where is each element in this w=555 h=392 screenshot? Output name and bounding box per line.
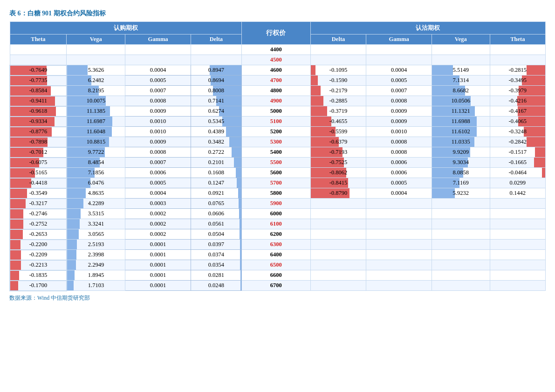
put-delta-cell: -0.6379 xyxy=(310,137,366,147)
call-delta-cell: 0.1247 xyxy=(191,178,241,188)
call-gamma-cell: 0.0001 xyxy=(125,240,191,250)
put-theta-cell xyxy=(490,250,545,260)
call-gamma-cell: 0.0001 xyxy=(125,270,191,281)
put-theta-cell xyxy=(490,240,545,250)
call-gamma-cell: 0.0009 xyxy=(125,137,191,147)
call-delta-cell: 0.3482 xyxy=(191,137,241,147)
put-vega-cell: 11.0335 xyxy=(432,137,490,147)
put-vega-cell xyxy=(432,45,490,55)
put-theta-cell xyxy=(490,45,545,55)
put-gamma-cell: 0.0004 xyxy=(366,188,432,199)
call-gamma-cell: 0.0010 xyxy=(125,117,191,127)
call-gamma-cell: 0.0007 xyxy=(125,158,191,168)
strike-cell: 5200 xyxy=(241,127,310,137)
put-delta-cell: -0.4655 xyxy=(310,117,366,127)
table-row: -0.877611.60480.00100.43895200-0.55990.0… xyxy=(10,127,546,137)
put-delta-cell: -0.2885 xyxy=(310,96,366,106)
call-vega-cell: 5.3626 xyxy=(67,65,125,76)
put-delta-cell xyxy=(310,240,366,250)
strike-cell: 6000 xyxy=(241,209,310,219)
call-gamma-cell: 0.0001 xyxy=(125,250,191,260)
call-col-header-theta: Theta xyxy=(10,34,67,45)
table-row: -0.22092.39980.00010.03746400 xyxy=(10,250,546,260)
put-gamma-cell: 0.0010 xyxy=(366,127,432,137)
call-delta-cell: 0.1608 xyxy=(191,168,241,178)
put-vega-cell xyxy=(432,55,490,65)
put-theta-cell: -0.1665 xyxy=(490,158,545,168)
put-vega-cell: 7.1314 xyxy=(432,76,490,86)
put-gamma-cell xyxy=(366,270,432,281)
put-gamma-cell xyxy=(366,260,432,270)
put-col-header-theta: Theta xyxy=(490,34,545,45)
put-gamma-cell xyxy=(366,250,432,260)
call-delta-cell: 0.2101 xyxy=(191,158,241,168)
put-vega-cell: 5.5149 xyxy=(432,65,490,76)
put-theta-cell xyxy=(490,270,545,281)
put-vega-cell xyxy=(432,199,490,209)
put-vega-cell xyxy=(432,229,490,240)
put-delta-cell: -0.2179 xyxy=(310,86,366,96)
call-vega-cell: 1.7103 xyxy=(67,281,125,291)
put-delta-cell: -0.1095 xyxy=(310,65,366,76)
call-vega-cell: 2.3998 xyxy=(67,250,125,260)
put-theta-cell: -0.0464 xyxy=(490,168,545,178)
table-row: 4400 xyxy=(10,45,546,55)
table-row: -0.961811.13850.00090.62745000-0.37190.0… xyxy=(10,106,546,117)
put-delta-cell xyxy=(310,260,366,270)
call-vega-cell: 10.0075 xyxy=(67,96,125,106)
call-delta-cell xyxy=(191,55,241,65)
call-vega-cell: 3.3241 xyxy=(67,219,125,229)
put-vega-cell: 7.1169 xyxy=(432,178,490,188)
put-delta-cell xyxy=(310,209,366,219)
call-vega-cell: 11.1385 xyxy=(67,106,125,117)
strike-cell: 5000 xyxy=(241,106,310,117)
strike-cell: 5400 xyxy=(241,147,310,158)
strike-cell: 5500 xyxy=(241,158,310,168)
put-vega-cell xyxy=(432,209,490,219)
call-delta-cell: 0.0921 xyxy=(191,188,241,199)
call-gamma-cell xyxy=(125,55,191,65)
put-delta-cell: -0.8790 xyxy=(310,188,366,199)
put-gamma-cell xyxy=(366,55,432,65)
table-title: 表 6：白糖 901 期权合约风险指标 xyxy=(9,9,546,18)
call-header: 认购期权 xyxy=(10,22,241,34)
table-row: -0.77356.24820.00050.86944700-0.15900.00… xyxy=(10,76,546,86)
call-vega-cell: 11.6987 xyxy=(67,117,125,127)
strike-cell: 5100 xyxy=(241,117,310,127)
call-theta-cell: -0.3549 xyxy=(10,188,67,199)
call-theta-cell: -0.4418 xyxy=(10,178,67,188)
put-gamma-cell: 0.0009 xyxy=(366,106,432,117)
put-gamma-cell: 0.0004 xyxy=(366,65,432,76)
put-delta-cell xyxy=(310,281,366,291)
put-theta-cell: 0.1442 xyxy=(490,188,545,199)
put-theta-cell: -0.4167 xyxy=(490,106,545,117)
put-theta-cell xyxy=(490,199,545,209)
put-vega-cell: 10.0506 xyxy=(432,96,490,106)
put-theta-cell: -0.3248 xyxy=(490,127,545,137)
strike-cell: 5800 xyxy=(241,188,310,199)
call-theta-cell: -0.7898 xyxy=(10,137,67,147)
put-theta-cell xyxy=(490,219,545,229)
put-gamma-cell xyxy=(366,209,432,219)
table-row: -0.32174.22890.00030.07655900 xyxy=(10,199,546,209)
put-gamma-cell: 0.0006 xyxy=(366,168,432,178)
call-theta-cell: -0.2746 xyxy=(10,209,67,219)
call-theta-cell: -0.7649 xyxy=(10,65,67,76)
call-theta-cell: -0.3217 xyxy=(10,199,67,209)
call-delta-cell: 0.8008 xyxy=(191,86,241,96)
call-delta-cell: 0.6274 xyxy=(191,106,241,117)
call-gamma-cell: 0.0008 xyxy=(125,96,191,106)
call-delta-cell: 0.2722 xyxy=(191,147,241,158)
call-gamma-cell: 0.0005 xyxy=(125,76,191,86)
put-theta-cell xyxy=(490,229,545,240)
call-delta-cell: 0.0397 xyxy=(191,240,241,250)
put-gamma-cell xyxy=(366,219,432,229)
table-row: -0.26533.05650.00020.05046200 xyxy=(10,229,546,240)
table-row: -0.27523.32410.00020.05616100 xyxy=(10,219,546,229)
call-col-header-delta: Delta xyxy=(191,34,241,45)
call-vega-cell: 6.2482 xyxy=(67,76,125,86)
strike-cell: 6500 xyxy=(241,260,310,270)
call-vega-cell: 4.8635 xyxy=(67,188,125,199)
put-vega-cell xyxy=(432,240,490,250)
put-vega-cell: 11.6988 xyxy=(432,117,490,127)
